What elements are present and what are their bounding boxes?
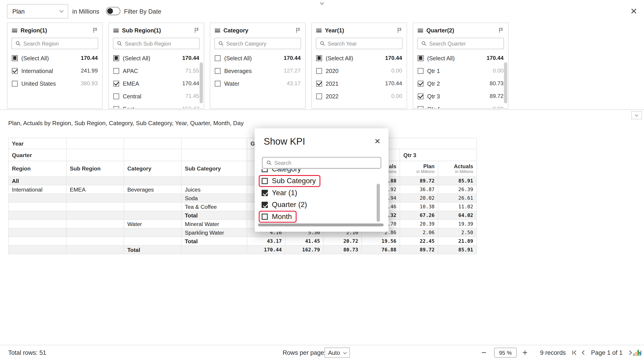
flag-icon[interactable] [498,27,504,33]
filter-item-2022[interactable]: 20220.00 [312,90,407,102]
value-cell: 170.44 [247,245,285,254]
flag-icon[interactable] [92,27,98,33]
checkbox-unchecked-icon[interactable] [12,80,18,86]
checkbox-unchecked-icon[interactable] [262,178,268,184]
checkbox-checked-icon[interactable] [262,202,268,208]
filter-item-qtr-2[interactable]: Qtr 280.73 [413,77,508,90]
filter-item-qtr-3[interactable]: Qtr 389.72 [413,90,508,102]
zoom-in-icon[interactable]: + [522,348,528,358]
filter-item-label: East [123,106,134,108]
kpi-item-quarter-2[interactable]: Quarter (2) [254,199,388,211]
value-cell: 67.26 [400,211,438,220]
dimension-cell: Beverages [124,185,181,194]
search-input[interactable]: Search Category [214,38,301,49]
rows-per-page-dropdown[interactable]: Auto [324,348,350,358]
kpi-item-month[interactable]: Month [254,211,388,223]
filter-item-2021[interactable]: 2021170.44 [312,77,407,90]
checkbox-partial-icon[interactable] [113,55,119,61]
filter-by-date-toggle[interactable] [106,7,120,15]
checkbox-partial-icon[interactable] [12,55,18,61]
filter-item-qtr-1[interactable]: Qtr 10.00 [413,64,508,77]
checkbox-checked-icon[interactable] [113,80,119,86]
filter-item-select-all[interactable]: (Select All)170.44 [109,52,204,64]
search-input[interactable]: Search Quarter [417,38,504,49]
scrollbar-thumb[interactable] [504,62,507,103]
checkbox-checked-icon[interactable] [418,93,423,99]
filter-item-label: Qtr 2 [427,80,440,87]
zoom-level-field[interactable]: 95 % [494,348,516,358]
checkbox-unchecked-icon[interactable] [262,169,268,172]
filter-item-apac[interactable]: APAC71.55 [109,64,204,77]
filter-item-select-all[interactable]: (Select All)170.44 [8,52,102,64]
dimension-cell: Tea & Coffee [182,202,247,211]
checkbox-unchecked-icon[interactable] [113,93,119,99]
filter-item-select-all[interactable]: (Select All)170.44 [312,52,407,64]
filter-item-east[interactable]: East153.47 [109,102,204,108]
checkbox-unchecked-icon[interactable] [215,80,220,86]
checkbox-unchecked-icon[interactable] [316,68,322,73]
flag-icon[interactable] [397,27,402,33]
value-cell: 85.91 [438,177,477,185]
dimension-cell [66,202,124,211]
kpi-item-year-1[interactable]: Year (1) [254,187,388,199]
filter-item-international[interactable]: International241.99 [8,64,102,77]
checkbox-partial-icon[interactable] [418,55,423,61]
checkbox-unchecked-icon[interactable] [113,106,119,108]
search-input[interactable]: Search Sub Region [113,38,200,49]
flag-icon[interactable] [194,27,200,33]
modal-horizontal-scrollbar-thumb[interactable] [258,223,384,226]
filter-item-value: 380.93 [81,80,98,87]
filter-item-qtr-4[interactable]: Qtr 40.00 [413,102,508,108]
filter-item-2020[interactable]: 20200.00 [312,64,407,77]
search-input[interactable]: Search Region [12,38,98,49]
checkbox-checked-icon[interactable] [418,80,423,86]
value-cell: 43.17 [247,237,285,245]
collapse-filter-pane-button[interactable] [631,111,642,119]
previous-page-icon[interactable] [581,350,586,356]
checkbox-checked-icon[interactable] [262,190,268,196]
modal-vertical-scrollbar-thumb[interactable] [377,184,380,222]
filter-item-water[interactable]: Water43.17 [210,77,305,90]
checkbox-unchecked-icon[interactable] [262,213,268,220]
close-icon[interactable]: × [630,5,637,16]
checkbox-unchecked-icon[interactable] [113,68,119,73]
menu-icon[interactable] [316,28,322,32]
checkbox-unchecked-icon[interactable] [316,93,322,99]
kpi-item-category[interactable]: Category [254,169,388,175]
dimension-cell: Mineral Water [182,220,247,228]
filter-item-united-states[interactable]: United States380.93 [8,77,102,90]
first-page-icon[interactable] [572,350,577,356]
measure-dropdown[interactable]: Plan [7,4,68,18]
menu-icon[interactable] [418,28,423,32]
next-page-icon[interactable] [628,350,633,356]
kpi-item-sub-category[interactable]: Sub Category [254,175,388,187]
dimension-cell: Total [182,211,247,220]
modal-search-input[interactable]: Search [262,157,381,169]
checkbox-unchecked-icon[interactable] [418,106,423,108]
checkbox-unchecked-icon[interactable] [418,68,423,73]
checkbox-checked-icon[interactable] [12,68,18,73]
checkbox-partial-icon[interactable] [316,55,322,61]
filter-item-select-all[interactable]: (Select All)170.44 [210,52,305,64]
flag-icon[interactable] [295,27,301,33]
kpi-item-inner: Year (1) [259,187,302,199]
report-title: Plan, Actuals by Region, Sub Region, Cat… [8,120,244,126]
filter-item-central[interactable]: Central71.45 [109,90,204,102]
zoom-out-icon[interactable]: − [482,348,486,358]
checkbox-unchecked-icon[interactable] [215,68,220,73]
app-root: Plan in Millions Filter By Date × Region… [0,0,644,360]
filter-item-select-all[interactable]: (Select All)170.44 [413,52,508,64]
checkbox-unchecked-icon[interactable] [215,55,220,61]
menu-icon[interactable] [113,28,119,32]
checkbox-checked-icon[interactable] [316,80,322,86]
modal-close-icon[interactable]: × [375,136,380,146]
filter-item-label: Qtr 1 [427,68,440,74]
filter-item-beverages[interactable]: Beverages127.27 [210,64,305,77]
search-input[interactable]: Search Year [316,38,402,49]
dimension-header-category: Category [124,161,181,177]
menu-icon[interactable] [12,28,17,32]
collapse-pane-double-chevron-icon[interactable] [321,1,324,4]
menu-icon[interactable] [215,28,220,32]
filter-item-emea[interactable]: EMEA170.44 [109,77,204,90]
scrollbar-thumb[interactable] [200,62,203,103]
